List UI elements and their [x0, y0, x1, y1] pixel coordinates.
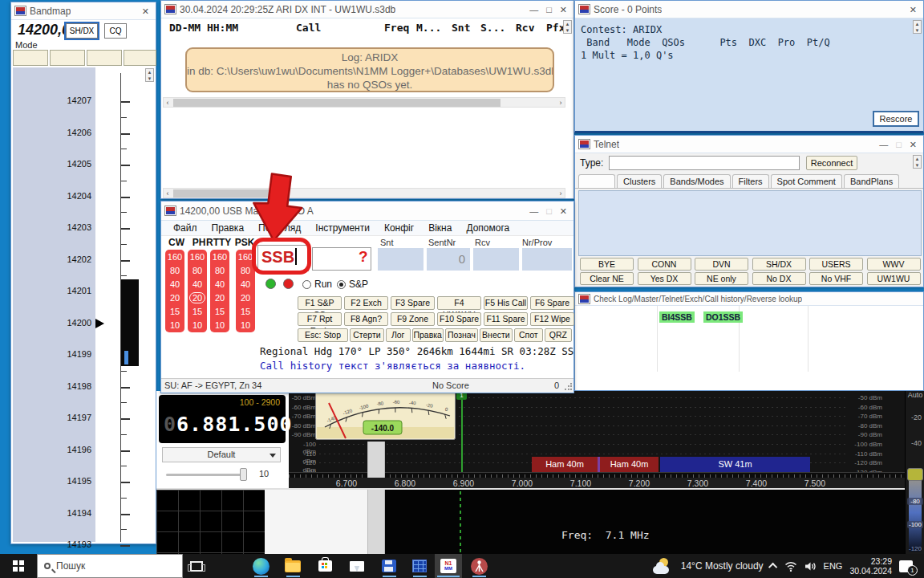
- sentnr-field[interactable]: 0: [427, 248, 470, 271]
- fkey-button-3[interactable]: F3 Spare: [391, 296, 435, 310]
- telnet-tab-bandplans[interactable]: BandPlans: [844, 174, 899, 188]
- scroll-right-icon[interactable]: ›: [557, 189, 565, 198]
- run-radio[interactable]: [302, 280, 311, 289]
- telnet-button-bye[interactable]: BYE: [580, 258, 634, 271]
- band-button-10[interactable]: 10: [210, 319, 229, 332]
- log-column-header[interactable]: DD-MM HH:MM: [169, 22, 238, 34]
- nrprov-field[interactable]: [522, 248, 572, 271]
- wifi-icon[interactable]: [784, 561, 797, 572]
- sdr-frequency-display[interactable]: 100 - 2900 06.881.500: [159, 395, 286, 443]
- score-scroll-spinner[interactable]: ▲▼: [913, 20, 922, 34]
- action-button-внести[interactable]: Внести: [480, 328, 513, 342]
- rcv-field[interactable]: [473, 248, 519, 271]
- start-button[interactable]: [0, 554, 37, 578]
- log-column-header[interactable]: M...: [416, 22, 441, 34]
- band-button-80[interactable]: 80: [165, 264, 184, 278]
- store-taskbar-button[interactable]: [316, 557, 334, 575]
- menu-item[interactable]: Конфіг: [377, 222, 421, 234]
- mail-taskbar-button[interactable]: [348, 557, 366, 575]
- resize-grip[interactable]: [564, 383, 572, 391]
- telnet-tab-bands-modes[interactable]: Bands/Modes: [663, 174, 730, 188]
- minimize-icon[interactable]: —: [529, 2, 538, 18]
- band-button-40[interactable]: 40: [210, 278, 229, 291]
- fkey-button-2[interactable]: F2 Exch: [344, 296, 388, 310]
- close-icon[interactable]: ✕: [560, 203, 567, 219]
- log-column-header[interactable]: Snt: [452, 22, 470, 34]
- fkey-button-7[interactable]: F7 Rpt Exch: [298, 312, 342, 326]
- action-button-стерти[interactable]: Стерти: [350, 328, 384, 342]
- logger-app-taskbar-button[interactable]: [380, 557, 398, 575]
- band-button-20[interactable]: 20: [236, 291, 255, 305]
- band-button-160[interactable]: 160: [210, 250, 229, 264]
- minimize-icon[interactable]: —: [529, 203, 538, 219]
- action-button-лог[interactable]: Лог: [386, 328, 411, 342]
- taskbar-search[interactable]: Пошук: [37, 554, 183, 578]
- score-titlebar[interactable]: Score - 0 Points ✕: [575, 1, 923, 18]
- notification-center-button[interactable]: 1: [899, 560, 913, 572]
- scroll-right-icon[interactable]: ›: [557, 98, 565, 108]
- range-slider-handle[interactable]: [907, 468, 923, 481]
- telnet-tab-clusters[interactable]: Clusters: [617, 174, 662, 188]
- tray-expand-icon[interactable]: [768, 563, 777, 572]
- waterfall-display[interactable]: [385, 490, 905, 554]
- weather-text[interactable]: 14°C Mostly cloudy: [681, 560, 764, 572]
- check-call-match[interactable]: DO1SSB: [703, 311, 743, 323]
- n1mm-taskbar-icon[interactable]: N1MM: [440, 557, 457, 575]
- sdr-preset-dropdown[interactable]: Default: [162, 447, 281, 462]
- volume-slider-track[interactable]: [166, 474, 246, 476]
- fkey-button-12[interactable]: F12 Wipe: [530, 312, 574, 326]
- task-view-button[interactable]: [188, 557, 205, 575]
- scroll-left-icon[interactable]: ‹: [164, 189, 172, 198]
- menu-item[interactable]: Інструменти: [308, 222, 377, 234]
- telnet-tab-spot-comment[interactable]: Spot Comment: [771, 174, 842, 188]
- grid-app-taskbar-button[interactable]: [411, 557, 428, 575]
- fkey-button-4[interactable]: F4 UW1WU: [437, 296, 481, 310]
- telnet-output-area[interactable]: [578, 190, 922, 256]
- close-icon[interactable]: ✕: [560, 2, 567, 18]
- telnet-button-no-vhf[interactable]: No VHF: [809, 272, 863, 285]
- menu-item[interactable]: Вікна: [421, 222, 459, 234]
- rescore-button[interactable]: Rescore: [873, 111, 919, 127]
- fkey-button-5[interactable]: F5 His Call: [484, 296, 528, 310]
- telnet-titlebar[interactable]: Telnet — □ ✕: [575, 136, 923, 153]
- telnet-button-users[interactable]: USERS: [809, 258, 863, 271]
- fkey-button-6[interactable]: F6 Spare: [530, 296, 574, 310]
- sdr-scrollbar[interactable]: [367, 490, 385, 554]
- menu-item[interactable]: Правка: [205, 222, 252, 234]
- minimize-icon[interactable]: —: [879, 136, 888, 153]
- language-indicator[interactable]: ENG: [824, 561, 843, 571]
- action-button-правка[interactable]: Правка: [412, 328, 444, 342]
- sp-radio[interactable]: [337, 280, 346, 289]
- fkey-button-1[interactable]: F1 S&P CQ: [298, 296, 342, 310]
- entry-titlebar[interactable]: 14200,00 USB Manual - VFO A — □ ✕: [161, 201, 573, 221]
- fkey-button-8[interactable]: F8 Agn?: [344, 312, 388, 326]
- telnet-button-yes-dx[interactable]: Yes DX: [638, 272, 691, 285]
- action-button-познач[interactable]: Познач: [445, 328, 478, 342]
- file-explorer-taskbar-button[interactable]: [284, 557, 302, 575]
- band-button-20[interactable]: 20: [188, 291, 207, 305]
- tuning-marker-line[interactable]: [461, 391, 463, 472]
- telnet-tab-filters[interactable]: Filters: [732, 174, 769, 188]
- maximize-icon[interactable]: □: [546, 2, 552, 18]
- log-column-header[interactable]: Call: [296, 22, 321, 34]
- fkey-button-11[interactable]: F11 Spare: [484, 312, 528, 326]
- telnet-scroll-spinner[interactable]: ▲▼: [913, 155, 922, 169]
- telnet-button-ne-only[interactable]: NE only: [695, 272, 748, 285]
- telnet-button-no-dx[interactable]: No DX: [752, 272, 806, 285]
- close-icon[interactable]: ✕: [910, 2, 917, 18]
- sdr-scrollbar[interactable]: [367, 442, 385, 478]
- band-button-20[interactable]: 20: [210, 291, 229, 305]
- log-column-header[interactable]: Rcv: [516, 22, 534, 34]
- log-column-header[interactable]: Freq: [384, 22, 409, 34]
- log-horizontal-scrollbar[interactable]: ‹ ›: [163, 97, 565, 108]
- edge-taskbar-button[interactable]: [252, 557, 270, 575]
- log-titlebar[interactable]: 30.04.2024 20:29:25Z ARI DX INT - UW1WU.…: [161, 1, 573, 18]
- band-button-15[interactable]: 15: [165, 305, 184, 319]
- action-button-спот[interactable]: Спот: [514, 328, 543, 342]
- band-button-20[interactable]: 20: [165, 291, 184, 305]
- band-button-40[interactable]: 40: [236, 278, 255, 291]
- action-button-qrz[interactable]: QRZ: [545, 328, 572, 342]
- fkey-button-9[interactable]: F9 Zone: [391, 312, 435, 326]
- telnet-button-clear-ne[interactable]: Clear NE: [580, 272, 634, 285]
- band-button-15[interactable]: 15: [236, 305, 255, 319]
